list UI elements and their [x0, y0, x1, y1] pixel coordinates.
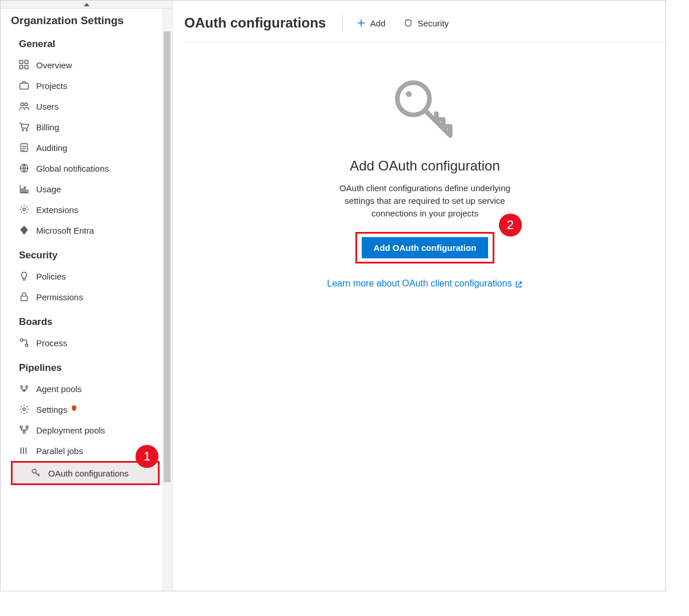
users-icon — [19, 101, 29, 111]
sidebar-item-overview[interactable]: Overview — [1, 55, 162, 75]
sidebar-item-label: Projects — [36, 81, 67, 91]
svg-rect-1 — [25, 60, 28, 64]
sidebar-item-process[interactable]: Process — [1, 332, 162, 353]
svg-point-17 — [25, 344, 28, 347]
gear-icon — [19, 404, 29, 414]
svg-point-27 — [406, 91, 412, 97]
chevron-up-icon — [84, 3, 90, 6]
clipboard-icon — [19, 142, 29, 153]
toolbar-label: Security — [417, 18, 448, 28]
diamond-icon — [19, 225, 29, 235]
sidebar-item-projects[interactable]: Projects — [1, 75, 162, 96]
learn-more-link[interactable]: Learn more about OAuth client configurat… — [327, 278, 523, 289]
sidebar-item-label: Users — [36, 102, 59, 111]
toolbar-label: Add — [370, 18, 386, 28]
svg-point-14 — [23, 208, 26, 211]
security-button[interactable]: Security — [396, 15, 456, 32]
sidebar-title: Organization Settings — [1, 9, 172, 35]
sidebar-item-oauth-configurations[interactable]: OAuth configurations — [11, 461, 160, 485]
section-security: Security — [1, 241, 162, 266]
sidebar-item-billing[interactable]: Billing — [1, 117, 162, 137]
svg-rect-15 — [21, 296, 27, 301]
svg-point-7 — [22, 130, 24, 131]
shield-icon — [404, 18, 413, 28]
scroll-up-button[interactable] — [1, 1, 172, 9]
gear-icon — [19, 204, 29, 215]
svg-point-8 — [26, 130, 27, 131]
grid-icon — [19, 60, 29, 70]
sidebar-item-microsoft-entra[interactable]: Microsoft Entra — [1, 220, 162, 241]
svg-point-18 — [21, 386, 22, 388]
svg-rect-23 — [26, 426, 28, 428]
chart-icon — [19, 184, 29, 194]
deployment-icon — [19, 425, 29, 435]
empty-state: Add OAuth configuration OAuth client con… — [184, 42, 665, 591]
svg-point-6 — [25, 103, 28, 106]
sidebar-item-label: Agent pools — [36, 384, 82, 394]
divider — [342, 14, 343, 32]
sidebar-item-label: Global notifications — [36, 164, 109, 173]
main-content: OAuth configurations Add Security Add OA… — [173, 1, 665, 591]
svg-rect-22 — [20, 426, 22, 428]
svg-rect-0 — [20, 60, 23, 64]
svg-point-16 — [20, 339, 23, 342]
callout-badge-1: 1 — [136, 445, 158, 468]
sidebar-item-label: Policies — [36, 272, 66, 281]
add-button[interactable]: Add — [349, 15, 394, 32]
add-oauth-configuration-button[interactable]: Add OAuth configuration — [362, 237, 487, 258]
empty-heading: Add OAuth configuration — [350, 158, 500, 174]
svg-rect-12 — [24, 187, 25, 193]
sidebar-item-label: Permissions — [36, 292, 83, 302]
section-general: General — [1, 35, 162, 55]
page-title: OAuth configurations — [184, 15, 336, 31]
key-icon — [31, 468, 41, 478]
sidebar-item-global-notifications[interactable]: Global notifications — [1, 158, 162, 179]
external-link-icon — [515, 280, 522, 288]
parallel-icon — [19, 445, 29, 456]
sidebar-item-agent-pools[interactable]: Agent pools — [1, 378, 162, 399]
scrollbar-track[interactable] — [162, 9, 172, 591]
section-boards: Boards — [1, 307, 162, 332]
svg-point-21 — [23, 408, 26, 411]
svg-rect-4 — [20, 83, 29, 89]
sidebar-item-label: Process — [36, 338, 67, 348]
sidebar-item-label: Overview — [36, 60, 72, 70]
sidebar-item-settings[interactable]: Settings — [1, 399, 162, 420]
svg-rect-3 — [25, 65, 28, 69]
sidebar-item-label: Usage — [36, 184, 61, 194]
sidebar-item-permissions[interactable]: Permissions — [1, 286, 162, 307]
svg-point-5 — [21, 103, 24, 106]
briefcase-icon — [19, 80, 29, 91]
callout-highlight-2: Add OAuth configuration — [355, 232, 494, 264]
callout-badge-2: 2 — [499, 214, 522, 237]
svg-rect-2 — [20, 65, 23, 69]
pool-icon — [19, 383, 29, 394]
main-header: OAuth configurations Add Security — [184, 14, 665, 42]
plus-icon — [357, 18, 366, 28]
svg-point-19 — [26, 386, 28, 388]
scrollbar-thumb[interactable] — [164, 32, 171, 482]
sidebar-item-extensions[interactable]: Extensions — [1, 199, 162, 220]
svg-rect-24 — [23, 431, 25, 433]
sidebar-item-label: Microsoft Entra — [36, 226, 94, 235]
svg-rect-13 — [27, 190, 28, 193]
sidebar-item-users[interactable]: Users — [1, 96, 162, 117]
sidebar-item-label: OAuth configurations — [48, 468, 129, 478]
sidebar: Organization Settings General Overview P… — [1, 1, 173, 591]
sidebar-item-usage[interactable]: Usage — [1, 179, 162, 199]
link-label: Learn more about OAuth client configurat… — [327, 278, 512, 289]
section-pipelines: Pipelines — [1, 353, 162, 378]
key-illustration-icon — [390, 76, 459, 146]
sidebar-item-label: Deployment pools — [36, 425, 105, 435]
process-icon — [19, 338, 29, 348]
globe-icon — [19, 163, 29, 173]
lock-icon — [19, 292, 29, 302]
sidebar-item-auditing[interactable]: Auditing — [1, 137, 162, 158]
lightbulb-icon — [19, 271, 29, 281]
svg-rect-11 — [22, 189, 23, 193]
sidebar-item-deployment-pools[interactable]: Deployment pools — [1, 420, 162, 440]
sidebar-item-label: Extensions — [36, 205, 78, 215]
sidebar-item-label: Billing — [36, 122, 59, 132]
sidebar-item-label: Settings — [36, 405, 67, 414]
sidebar-item-policies[interactable]: Policies — [1, 266, 162, 286]
